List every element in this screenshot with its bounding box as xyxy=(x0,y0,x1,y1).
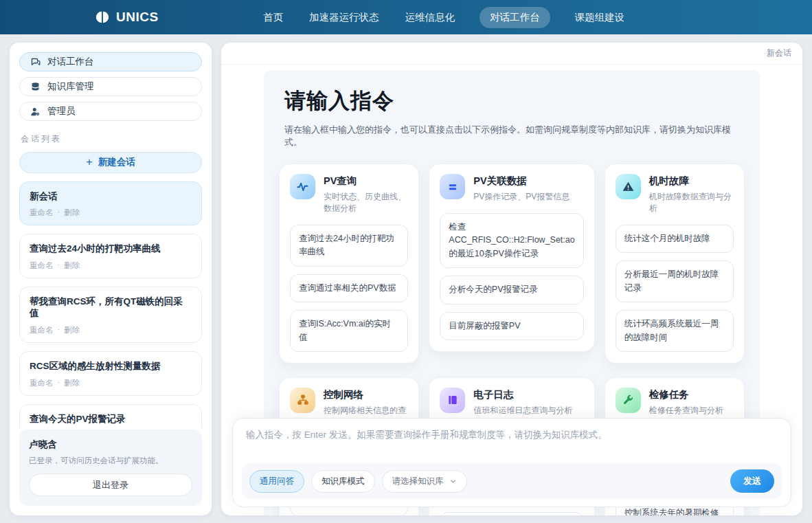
example-chip[interactable]: 目前屏蔽的报警PV xyxy=(440,312,583,340)
card-title: 电子日志 xyxy=(473,388,572,401)
delete-action[interactable]: 删除 xyxy=(64,208,80,218)
user-status: 已登录，可访问历史会话与扩展功能。 xyxy=(29,456,192,466)
top-nav: 首页 加速器运行状态 运维信息化 对话工作台 课题组建设 xyxy=(186,7,626,28)
card-machine-fault: 机时故障 机时故障数据查询与分析 统计这个月的机时故障 分析最近一周的机时故障记… xyxy=(605,164,745,364)
delete-action[interactable]: 删除 xyxy=(64,260,80,271)
logout-button[interactable]: 退出登录 xyxy=(29,474,192,496)
command-input[interactable] xyxy=(242,427,782,456)
waveform-icon xyxy=(290,174,315,199)
user-name: 卢晓含 xyxy=(29,438,192,451)
card-subtitle: 实时状态、历史曲线、数据分析 xyxy=(324,191,408,214)
example-chip[interactable]: 查询IS:Acc:Vm:ai的实时值 xyxy=(290,310,408,352)
card-title: 控制网络 xyxy=(324,388,408,401)
knowledge-base-select-label: 请选择知识库 xyxy=(392,476,444,487)
plus-icon: + xyxy=(86,157,92,168)
example-chip[interactable]: 查询过去24小时的打靶功率曲线 xyxy=(290,225,408,267)
card-subtitle: 值班和运维日志查询与分析 xyxy=(473,405,572,416)
unics-logo-icon xyxy=(95,10,110,25)
action-divider: · xyxy=(58,325,60,335)
sidebar-item-knowledge-base[interactable]: 知识库管理 xyxy=(19,77,202,96)
rename-action[interactable]: 重命名 xyxy=(30,378,54,388)
sidebar-item-label: 管理员 xyxy=(47,105,76,118)
conversation-list: 新会话 重命名 · 删除 查询过去24小时的打靶功率曲线 重命名 · 删除 帮我… xyxy=(19,181,202,428)
conversation-list-label: 会话列表 xyxy=(21,133,201,145)
new-session-label: 新建会话 xyxy=(98,156,135,168)
card-subtitle: 检修任务查询与分析 xyxy=(649,405,723,416)
conversation-item[interactable]: 查询今天的PV报警记录 重命名 · 删除 xyxy=(19,404,202,428)
example-chip[interactable]: 控制系统最近的5条日志 xyxy=(440,512,583,515)
card-pv-related-data: PV关联数据 PV操作记录、PV报警信息 检查ACC_RFIS_CO::H2:F… xyxy=(429,164,594,352)
example-chip[interactable]: 查询通过率相关的PV数据 xyxy=(290,274,408,302)
rename-action[interactable]: 重命名 xyxy=(30,325,54,335)
action-divider: · xyxy=(58,208,60,218)
chat-icon xyxy=(30,57,41,67)
logo: UNICS xyxy=(95,10,159,25)
nav-ops-informatization[interactable]: 运维信息化 xyxy=(404,7,457,28)
admin-icon xyxy=(30,107,41,117)
nav-home[interactable]: 首页 xyxy=(262,7,284,28)
action-divider: · xyxy=(58,260,60,271)
stacked-bars-icon xyxy=(440,174,465,199)
conversation-item[interactable]: RCS区域的感生放射性测量数据 重命名 · 删除 xyxy=(19,351,202,396)
example-chip[interactable]: 统计环高频系统最近一周的故障时间 xyxy=(616,310,734,352)
card-subtitle: PV操作记录、PV报警信息 xyxy=(473,191,569,203)
conversation-title: RCS区域的感生放射性测量数据 xyxy=(30,360,192,372)
rename-action[interactable]: 重命名 xyxy=(30,208,54,218)
sidebar-item-label: 对话工作台 xyxy=(47,56,94,68)
sidebar-item-admin[interactable]: 管理员 xyxy=(19,102,202,121)
main-panel: 新会话 请输入指令 请在输入框中输入您的指令，也可以直接点击以下示例指令。如需询… xyxy=(221,43,802,515)
card-title: PV关联数据 xyxy=(473,175,569,188)
nav-research-group[interactable]: 课题组建设 xyxy=(574,7,627,28)
card-title: 检修任务 xyxy=(649,388,723,401)
database-icon xyxy=(30,82,41,92)
card-title: 机时故障 xyxy=(649,175,734,188)
chevron-down-icon xyxy=(449,478,457,485)
user-card: 卢晓含 已登录，可访问历史会话与扩展功能。 退出登录 xyxy=(19,430,202,506)
session-title: 新会话 xyxy=(767,47,791,59)
card-title: PV查询 xyxy=(324,175,408,188)
conversation-item[interactable]: 帮我查询RCS环，所有QT磁铁的回采值 重命名 · 删除 xyxy=(19,287,202,343)
card-subtitle: 机时故障数据查询与分析 xyxy=(649,191,734,214)
sidebar-item-chat-workbench[interactable]: 对话工作台 xyxy=(19,52,202,71)
page-subtitle: 请在输入框中输入您的指令，也可以直接点击以下示例指令。如需询问规章制度等内部知识… xyxy=(284,124,745,148)
app-header: UNICS 首页 加速器运行状态 运维信息化 对话工作台 课题组建设 xyxy=(0,0,812,34)
wrench-icon xyxy=(616,388,641,413)
send-button[interactable]: 发送 xyxy=(730,469,774,493)
logo-text: UNICS xyxy=(116,10,159,25)
page-title: 请输入指令 xyxy=(284,87,745,115)
composer: 通用问答 知识库模式 请选择知识库 发送 xyxy=(232,418,791,507)
conversation-title: 查询今天的PV报警记录 xyxy=(30,413,192,425)
composer-footer: 通用问答 知识库模式 请选择知识库 发送 xyxy=(242,463,782,499)
card-pv-query: PV查询 实时状态、历史曲线、数据分析 查询过去24小时的打靶功率曲线 查询通过… xyxy=(279,164,419,364)
nav-chat-workbench[interactable]: 对话工作台 xyxy=(480,7,550,28)
conversation-title: 查询过去24小时的打靶功率曲线 xyxy=(30,243,192,255)
example-chip[interactable]: 分析今天的PV报警记录 xyxy=(440,276,583,304)
new-session-button[interactable]: + 新建会话 xyxy=(19,152,202,173)
conversation-item[interactable]: 新会话 重命名 · 删除 xyxy=(19,181,202,226)
main-topbar: 新会话 xyxy=(221,43,802,65)
warning-icon xyxy=(616,174,641,199)
sidebar: 对话工作台 知识库管理 管理员 会话列表 + 新建会话 新会话 重命名 · xyxy=(10,43,212,515)
delete-action[interactable]: 删除 xyxy=(64,378,80,388)
mode-knowledge-base[interactable]: 知识库模式 xyxy=(311,470,375,493)
example-chip[interactable]: 检查ACC_RFIS_CO::H2:Flow_Set:ao的最近10条PV操作记… xyxy=(440,213,583,268)
knowledge-base-select[interactable]: 请选择知识库 xyxy=(382,470,467,493)
example-chip[interactable]: 分析最近一周的机时故障记录 xyxy=(616,260,734,302)
book-icon xyxy=(440,388,465,413)
mode-general-qa[interactable]: 通用问答 xyxy=(249,470,304,493)
sidebar-item-label: 知识库管理 xyxy=(47,80,94,93)
action-divider: · xyxy=(58,378,60,388)
nav-accelerator-status[interactable]: 加速器运行状态 xyxy=(308,7,381,28)
rename-action[interactable]: 重命名 xyxy=(30,260,54,271)
example-chip[interactable]: 统计这个月的机时故障 xyxy=(616,225,734,253)
conversation-title: 帮我查询RCS环，所有QT磁铁的回采值 xyxy=(30,296,192,320)
conversation-item[interactable]: 查询过去24小时的打靶功率曲线 重命名 · 删除 xyxy=(19,234,202,278)
conversation-title: 新会话 xyxy=(30,190,192,203)
network-icon xyxy=(290,388,315,413)
delete-action[interactable]: 删除 xyxy=(64,325,80,335)
